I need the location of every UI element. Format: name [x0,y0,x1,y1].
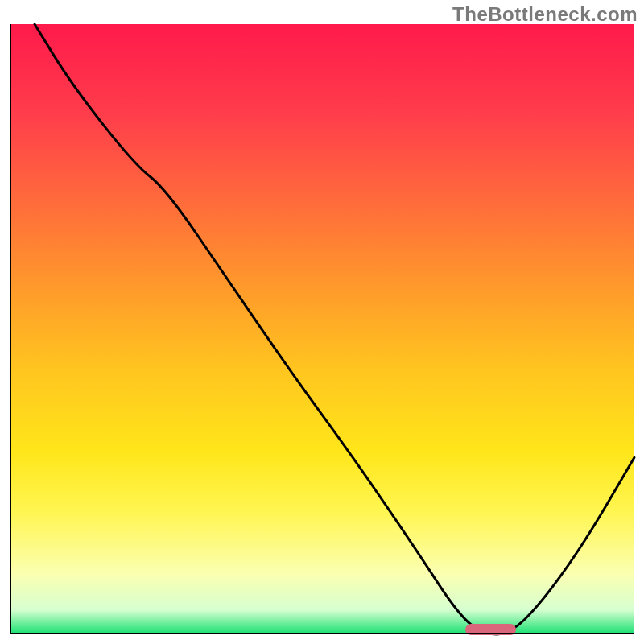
y-axis [10,24,11,634]
watermark-text: TheBottleneck.com [452,3,638,26]
x-axis [10,633,634,634]
bottleneck-curve [0,0,644,644]
chart-container: TheBottleneck.com [0,0,644,644]
